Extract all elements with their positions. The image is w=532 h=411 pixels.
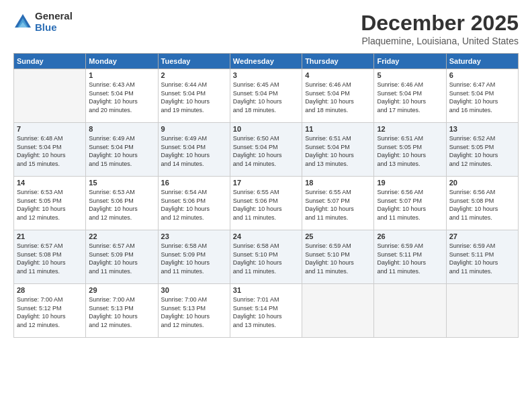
day-info: Sunrise: 6:57 AM Sunset: 5:09 PM Dayligh… [89,242,154,275]
day-number: 18 [305,179,371,187]
col-wednesday: Wednesday [230,54,302,69]
table-row: 5Sunrise: 6:46 AM Sunset: 5:04 PM Daylig… [374,69,446,123]
day-info: Sunrise: 6:54 AM Sunset: 5:06 PM Dayligh… [161,188,227,222]
day-info: Sunrise: 6:51 AM Sunset: 5:04 PM Dayligh… [305,134,371,168]
day-number: 31 [233,286,299,294]
day-number: 12 [377,125,443,133]
day-number: 16 [161,179,227,187]
day-info: Sunrise: 6:53 AM Sunset: 5:05 PM Dayligh… [17,188,83,222]
table-row: 9Sunrise: 6:49 AM Sunset: 5:04 PM Daylig… [158,123,230,177]
day-number: 28 [17,286,83,294]
day-number: 15 [89,179,154,187]
table-row: 8Sunrise: 6:49 AM Sunset: 5:04 PM Daylig… [86,123,158,177]
day-number: 4 [305,71,371,79]
day-info: Sunrise: 6:46 AM Sunset: 5:04 PM Dayligh… [305,81,371,114]
table-row: 18Sunrise: 6:55 AM Sunset: 5:07 PM Dayli… [302,177,374,230]
day-info: Sunrise: 6:58 AM Sunset: 5:10 PM Dayligh… [233,242,299,275]
day-info: Sunrise: 7:00 AM Sunset: 5:13 PM Dayligh… [161,295,227,329]
table-row: 16Sunrise: 6:54 AM Sunset: 5:06 PM Dayli… [158,177,230,230]
table-row: 12Sunrise: 6:51 AM Sunset: 5:05 PM Dayli… [374,123,446,177]
logo-icon [13,13,32,32]
day-info: Sunrise: 6:48 AM Sunset: 5:04 PM Dayligh… [17,134,83,168]
logo: General Blue [13,11,73,33]
day-number: 11 [305,125,371,133]
col-thursday: Thursday [302,54,374,69]
day-info: Sunrise: 6:52 AM Sunset: 5:05 PM Dayligh… [449,134,515,168]
day-number: 25 [305,232,371,240]
day-number: 7 [17,125,83,133]
day-info: Sunrise: 6:51 AM Sunset: 5:05 PM Dayligh… [377,134,443,168]
table-row: 11Sunrise: 6:51 AM Sunset: 5:04 PM Dayli… [302,123,374,177]
table-row: 20Sunrise: 6:56 AM Sunset: 5:08 PM Dayli… [446,177,518,230]
day-number: 17 [233,179,299,187]
table-row: 22Sunrise: 6:57 AM Sunset: 5:09 PM Dayli… [86,230,158,284]
col-tuesday: Tuesday [158,54,230,69]
day-info: Sunrise: 6:47 AM Sunset: 5:04 PM Dayligh… [449,81,515,114]
day-number: 13 [449,125,515,133]
day-number: 5 [377,71,443,79]
day-info: Sunrise: 6:46 AM Sunset: 5:04 PM Dayligh… [377,81,443,114]
day-info: Sunrise: 6:55 AM Sunset: 5:06 PM Dayligh… [233,188,299,222]
calendar: Sunday Monday Tuesday Wednesday Thursday… [13,53,519,338]
table-row [14,69,86,123]
day-info: Sunrise: 6:56 AM Sunset: 5:08 PM Dayligh… [449,188,515,222]
table-row: 13Sunrise: 6:52 AM Sunset: 5:05 PM Dayli… [446,123,518,177]
table-row: 7Sunrise: 6:48 AM Sunset: 5:04 PM Daylig… [14,123,86,177]
day-info: Sunrise: 6:50 AM Sunset: 5:04 PM Dayligh… [233,134,299,168]
table-row: 19Sunrise: 6:56 AM Sunset: 5:07 PM Dayli… [374,177,446,230]
logo-blue-text: Blue [35,22,73,34]
day-number: 22 [89,232,154,240]
day-info: Sunrise: 7:01 AM Sunset: 5:14 PM Dayligh… [233,295,299,329]
col-monday: Monday [86,54,158,69]
day-number: 6 [449,71,515,79]
day-info: Sunrise: 6:43 AM Sunset: 5:04 PM Dayligh… [89,81,154,114]
table-row: 15Sunrise: 6:53 AM Sunset: 5:06 PM Dayli… [86,177,158,230]
day-info: Sunrise: 6:59 AM Sunset: 5:10 PM Dayligh… [305,242,371,275]
location: Plaquemine, Louisiana, United States [361,36,519,46]
table-row: 3Sunrise: 6:45 AM Sunset: 5:04 PM Daylig… [230,69,302,123]
day-info: Sunrise: 7:00 AM Sunset: 5:13 PM Dayligh… [89,295,154,329]
page: General Blue December 2025 Plaquemine, L… [0,0,532,411]
calendar-week-row: 28Sunrise: 7:00 AM Sunset: 5:12 PM Dayli… [14,284,519,338]
table-row: 17Sunrise: 6:55 AM Sunset: 5:06 PM Dayli… [230,177,302,230]
title-block: December 2025 Plaquemine, Louisiana, Uni… [361,11,519,46]
table-row: 27Sunrise: 6:59 AM Sunset: 5:11 PM Dayli… [446,230,518,284]
day-number: 14 [17,179,83,187]
day-number: 2 [161,71,227,79]
day-info: Sunrise: 6:49 AM Sunset: 5:04 PM Dayligh… [89,134,154,168]
day-number: 8 [89,125,154,133]
day-info: Sunrise: 7:00 AM Sunset: 5:12 PM Dayligh… [17,295,83,329]
col-sunday: Sunday [14,54,86,69]
table-row [446,284,518,338]
table-row: 25Sunrise: 6:59 AM Sunset: 5:10 PM Dayli… [302,230,374,284]
calendar-week-row: 7Sunrise: 6:48 AM Sunset: 5:04 PM Daylig… [14,123,519,177]
day-number: 29 [89,286,154,294]
day-info: Sunrise: 6:59 AM Sunset: 5:11 PM Dayligh… [449,242,515,275]
header: General Blue December 2025 Plaquemine, L… [13,11,519,46]
month-title: December 2025 [361,11,519,36]
day-info: Sunrise: 6:58 AM Sunset: 5:09 PM Dayligh… [161,242,227,275]
calendar-header-row: Sunday Monday Tuesday Wednesday Thursday… [14,54,519,69]
calendar-week-row: 14Sunrise: 6:53 AM Sunset: 5:05 PM Dayli… [14,177,519,230]
day-number: 30 [161,286,227,294]
day-number: 9 [161,125,227,133]
day-number: 21 [17,232,83,240]
day-number: 1 [89,71,154,79]
day-number: 20 [449,179,515,187]
calendar-week-row: 1Sunrise: 6:43 AM Sunset: 5:04 PM Daylig… [14,69,519,123]
day-number: 3 [233,71,299,79]
table-row: 24Sunrise: 6:58 AM Sunset: 5:10 PM Dayli… [230,230,302,284]
table-row [302,284,374,338]
day-info: Sunrise: 6:57 AM Sunset: 5:08 PM Dayligh… [17,242,83,275]
day-number: 23 [161,232,227,240]
day-number: 24 [233,232,299,240]
col-friday: Friday [374,54,446,69]
calendar-week-row: 21Sunrise: 6:57 AM Sunset: 5:08 PM Dayli… [14,230,519,284]
table-row [374,284,446,338]
table-row: 28Sunrise: 7:00 AM Sunset: 5:12 PM Dayli… [14,284,86,338]
table-row: 1Sunrise: 6:43 AM Sunset: 5:04 PM Daylig… [86,69,158,123]
day-number: 19 [377,179,443,187]
col-saturday: Saturday [446,54,518,69]
table-row: 23Sunrise: 6:58 AM Sunset: 5:09 PM Dayli… [158,230,230,284]
day-number: 10 [233,125,299,133]
